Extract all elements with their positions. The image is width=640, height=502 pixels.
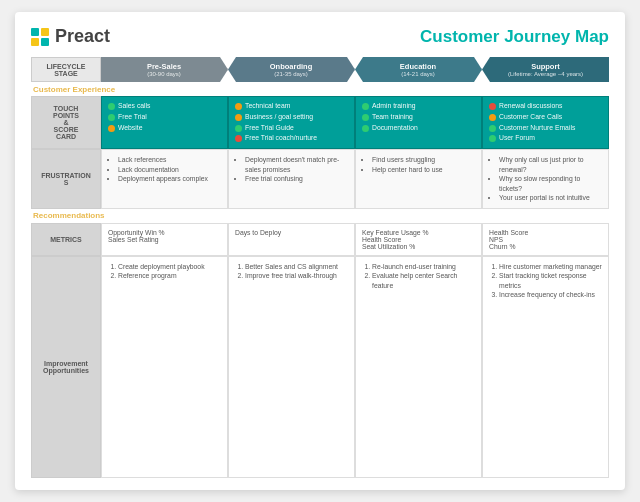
- dot-green: [108, 114, 115, 121]
- dot-green: [489, 135, 496, 142]
- customer-journey-map: Preact Customer Journey Map LIFECYCLESTA…: [15, 12, 625, 490]
- stage-onboarding-days: (21-35 days): [274, 71, 308, 77]
- recommendations-label: Recommendations: [33, 211, 105, 220]
- tp-onboarding-1: Technical team: [235, 102, 348, 111]
- logo: Preact: [31, 26, 110, 47]
- improvements-education: Re-launch end-user training Evaluate hel…: [355, 256, 482, 478]
- logo-cell-3: [31, 38, 39, 46]
- dot-green: [108, 103, 115, 110]
- stage-support-label: Support: [531, 62, 560, 71]
- dot-green: [362, 114, 369, 121]
- logo-cell-4: [41, 38, 49, 46]
- metrics-onboarding: Days to Deploy: [228, 223, 355, 256]
- recommendations-divider: Recommendations: [31, 209, 609, 223]
- stage-education: Education (14-21 days): [355, 57, 482, 82]
- metrics-row: METRICS Opportunity Win %Sales Set Ratin…: [31, 223, 609, 256]
- touchpoints-header: TOUCHPOINTS&SCORECARD: [31, 96, 101, 149]
- dot-orange: [235, 114, 242, 121]
- logo-icon: [31, 28, 49, 46]
- logo-text: Preact: [55, 26, 110, 47]
- tp-support-2: Customer Care Calls: [489, 113, 602, 122]
- tp-onboarding-4: Free Trial coach/nurture: [235, 134, 348, 143]
- logo-cell-1: [31, 28, 39, 36]
- frustrations-onboarding: Deployment doesn't match pre-sales promi…: [228, 149, 355, 209]
- frustrations-presales: Lack references Lack documentation Deplo…: [101, 149, 228, 209]
- stage-presales-days: (30-90 days): [147, 71, 181, 77]
- tp-education-2: Team training: [362, 113, 475, 122]
- metrics-education: Key Feature Usage %Health ScoreSeat Util…: [355, 223, 482, 256]
- lifecycle-row: LIFECYCLESTAGE Pre-Sales (30-90 days) On…: [31, 57, 609, 82]
- frustrations-row: FRUSTRATIONS Lack references Lack docume…: [31, 149, 609, 209]
- tp-education-3: Documentation: [362, 124, 475, 133]
- touchpoints-onboarding: Technical team Business / goal setting F…: [228, 96, 355, 149]
- lifecycle-header: LIFECYCLESTAGE: [31, 57, 101, 82]
- page-title: Customer Journey Map: [420, 27, 609, 47]
- tp-presales-1: Sales calls: [108, 102, 221, 111]
- dot-orange: [108, 125, 115, 132]
- customer-experience-label: Customer Experience: [33, 85, 115, 94]
- logo-cell-2: [41, 28, 49, 36]
- tp-support-3: Customer Nurture Emails: [489, 124, 602, 133]
- improvements-support: Hire customer marketing manager Start tr…: [482, 256, 609, 478]
- touchpoints-presales: Sales calls Free Trial Website: [101, 96, 228, 149]
- dot-green: [489, 125, 496, 132]
- tp-education-1: Admin training: [362, 102, 475, 111]
- dot-red: [489, 103, 496, 110]
- tp-support-1: Renewal discussions: [489, 102, 602, 111]
- header: Preact Customer Journey Map: [31, 26, 609, 47]
- stage-presales-label: Pre-Sales: [147, 62, 181, 71]
- stage-presales: Pre-Sales (30-90 days): [101, 57, 228, 82]
- dot-green: [362, 103, 369, 110]
- stage-support-days: (Lifetime: Average ~4 years): [508, 71, 583, 77]
- touchpoints-row: TOUCHPOINTS&SCORECARD Sales calls Free T…: [31, 96, 609, 149]
- frustrations-support: Why only call us just prior to renewal? …: [482, 149, 609, 209]
- frustrations-header: FRUSTRATIONS: [31, 149, 101, 209]
- tp-onboarding-3: Free Trial Guide: [235, 124, 348, 133]
- dot-orange: [235, 103, 242, 110]
- tp-presales-3: Website: [108, 124, 221, 133]
- improvements-header: ImprovementOpportunities: [31, 256, 101, 478]
- dot-green: [362, 125, 369, 132]
- dot-green: [235, 125, 242, 132]
- improvements-presales: Create deployment playbook Reference pro…: [101, 256, 228, 478]
- dot-orange: [489, 114, 496, 121]
- stage-onboarding-label: Onboarding: [270, 62, 313, 71]
- stage-onboarding: Onboarding (21-35 days): [228, 57, 355, 82]
- stage-education-days: (14-21 days): [401, 71, 435, 77]
- touchpoints-support: Renewal discussions Customer Care Calls …: [482, 96, 609, 149]
- improvements-onboarding: Better Sales and CS alignment Improve fr…: [228, 256, 355, 478]
- tp-support-4: User Forum: [489, 134, 602, 143]
- metrics-support: Health ScoreNPSChurn %: [482, 223, 609, 256]
- dot-red: [235, 135, 242, 142]
- tp-presales-2: Free Trial: [108, 113, 221, 122]
- metrics-header: METRICS: [31, 223, 101, 256]
- customer-experience-divider: Customer Experience: [31, 82, 609, 96]
- stage-education-label: Education: [400, 62, 436, 71]
- tp-onboarding-2: Business / goal setting: [235, 113, 348, 122]
- frustrations-education: Find users struggling Help center hard t…: [355, 149, 482, 209]
- touchpoints-education: Admin training Team training Documentati…: [355, 96, 482, 149]
- stage-support: Support (Lifetime: Average ~4 years): [482, 57, 609, 82]
- metrics-presales: Opportunity Win %Sales Set Rating: [101, 223, 228, 256]
- improvements-row: ImprovementOpportunities Create deployme…: [31, 256, 609, 478]
